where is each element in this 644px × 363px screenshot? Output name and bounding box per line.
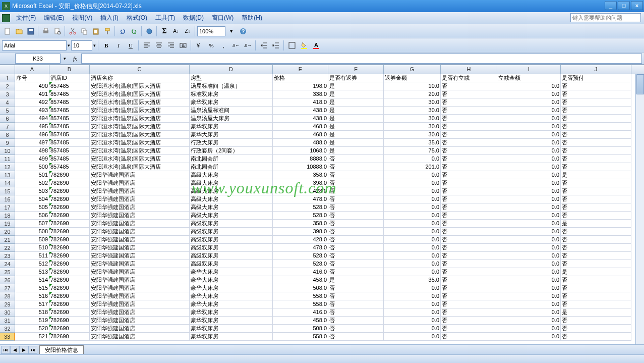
cell[interactable]: 0.0 bbox=[497, 139, 561, 147]
cell[interactable]: 否 bbox=[561, 179, 631, 187]
cell[interactable]: 是 bbox=[561, 171, 631, 179]
cell[interactable]: 0.0 bbox=[384, 220, 441, 228]
cell[interactable]: 否 bbox=[328, 203, 384, 212]
cell[interactable]: 782690 bbox=[49, 268, 90, 276]
open-button[interactable] bbox=[14, 26, 25, 37]
cell[interactable]: 安阳华强建国酒店 bbox=[90, 220, 190, 228]
cell[interactable]: 30.0 bbox=[384, 107, 441, 115]
first-sheet-button[interactable]: ⏮ bbox=[1, 346, 10, 354]
cell[interactable]: 857485 bbox=[49, 98, 90, 107]
cell[interactable]: 否 bbox=[441, 171, 497, 179]
cell[interactable]: 否 bbox=[441, 228, 497, 236]
font-name-input[interactable] bbox=[2, 40, 67, 50]
cell[interactable]: 0.0 bbox=[497, 155, 561, 163]
col-header-E[interactable]: E bbox=[273, 65, 328, 74]
cell[interactable]: 0.0 bbox=[384, 260, 441, 268]
row-header-1[interactable]: 1 bbox=[0, 74, 15, 82]
cell[interactable]: 安阳华强建国酒店 bbox=[90, 317, 190, 325]
borders-button[interactable] bbox=[286, 40, 298, 51]
cell[interactable]: 否 bbox=[441, 115, 497, 123]
cell[interactable]: 否 bbox=[441, 244, 497, 252]
fx-icon[interactable]: fx bbox=[73, 56, 77, 62]
cell[interactable]: 513 bbox=[15, 268, 49, 276]
cell[interactable]: 519 bbox=[15, 317, 49, 325]
row-header-14[interactable]: 14 bbox=[0, 179, 15, 187]
row-header-16[interactable]: 16 bbox=[0, 195, 15, 203]
name-box[interactable] bbox=[15, 54, 61, 64]
cell[interactable]: 否 bbox=[561, 260, 631, 268]
spreadsheet-grid[interactable]: ABCDEFGHIJ 12345678910111213141516171819… bbox=[0, 65, 644, 346]
header-cell[interactable]: 是否有立减 bbox=[441, 74, 497, 82]
cell[interactable]: 否 bbox=[441, 187, 497, 195]
cell[interactable]: 南北园会所 bbox=[190, 155, 273, 163]
cell[interactable]: 否 bbox=[328, 292, 384, 300]
cell[interactable]: 782690 bbox=[49, 300, 90, 308]
cell[interactable]: 0.0 bbox=[384, 236, 441, 244]
col-header-J[interactable]: J bbox=[561, 65, 631, 74]
cell[interactable]: 豪华双床房 bbox=[190, 123, 273, 131]
cell[interactable]: 温泉汤屋标准间 bbox=[190, 107, 273, 115]
increase-indent-button[interactable] bbox=[270, 40, 281, 51]
cell[interactable]: 782690 bbox=[49, 195, 90, 203]
row-header-17[interactable]: 17 bbox=[0, 203, 15, 212]
cell[interactable]: 安阳华强建国酒店 bbox=[90, 325, 190, 333]
cell[interactable]: 是 bbox=[328, 90, 384, 98]
cell[interactable]: 0.0 bbox=[497, 171, 561, 179]
row-header-13[interactable]: 13 bbox=[0, 171, 15, 179]
cell[interactable]: 否 bbox=[561, 203, 631, 212]
help-button[interactable]: ? bbox=[238, 26, 249, 37]
cell[interactable]: 否 bbox=[441, 179, 497, 187]
cell[interactable]: 0.0 bbox=[497, 300, 561, 308]
cell[interactable]: 高级大床房 bbox=[190, 212, 273, 220]
cell[interactable]: 否 bbox=[561, 276, 631, 284]
cell[interactable]: 0.0 bbox=[497, 203, 561, 212]
cell[interactable]: 0.0 bbox=[384, 244, 441, 252]
cell[interactable]: 0.0 bbox=[497, 260, 561, 268]
row-header-11[interactable]: 11 bbox=[0, 155, 15, 163]
format-painter-button[interactable] bbox=[102, 26, 113, 37]
menu-insert[interactable]: 插入(I) bbox=[96, 13, 122, 23]
col-header-G[interactable]: G bbox=[384, 65, 441, 74]
cell[interactable]: 否 bbox=[441, 236, 497, 244]
cell[interactable]: 否 bbox=[328, 220, 384, 228]
cell[interactable]: 35.0 bbox=[384, 139, 441, 147]
cell[interactable]: 是 bbox=[328, 147, 384, 155]
last-sheet-button[interactable]: ⏭ bbox=[28, 346, 37, 354]
cell[interactable]: 416.0 bbox=[273, 268, 328, 276]
cell[interactable]: 782690 bbox=[49, 333, 90, 341]
col-header-I[interactable]: I bbox=[497, 65, 561, 74]
cell[interactable]: 否 bbox=[328, 228, 384, 236]
cell[interactable]: 30.0 bbox=[384, 123, 441, 131]
row-header-7[interactable]: 7 bbox=[0, 123, 15, 131]
cell[interactable]: 高级双床房 bbox=[190, 252, 273, 260]
cell[interactable]: 0.0 bbox=[384, 292, 441, 300]
cell[interactable]: 428.0 bbox=[273, 236, 328, 244]
cell[interactable]: 0.0 bbox=[497, 123, 561, 131]
row-header-12[interactable]: 12 bbox=[0, 163, 15, 171]
cell[interactable]: 782690 bbox=[49, 179, 90, 187]
cell[interactable]: 安阳华强建国酒店 bbox=[90, 292, 190, 300]
cell[interactable]: 782690 bbox=[49, 171, 90, 179]
cell[interactable]: 30.0 bbox=[384, 131, 441, 139]
cell[interactable]: 安阳华强建国酒店 bbox=[90, 284, 190, 292]
cell[interactable]: 豪华大床房 bbox=[190, 131, 273, 139]
cell[interactable]: 782690 bbox=[49, 220, 90, 228]
cell[interactable]: 否 bbox=[328, 300, 384, 308]
cell[interactable]: 782690 bbox=[49, 325, 90, 333]
cell[interactable]: 豪华双床房 bbox=[190, 317, 273, 325]
close-button[interactable]: × bbox=[631, 1, 643, 10]
row-header-4[interactable]: 4 bbox=[0, 98, 15, 107]
cell[interactable]: 否 bbox=[328, 187, 384, 195]
cell[interactable]: 428.0 bbox=[273, 187, 328, 195]
cell[interactable]: 温泉汤屋大床房 bbox=[190, 115, 273, 123]
row-header-30[interactable]: 30 bbox=[0, 308, 15, 317]
cell[interactable]: 否 bbox=[441, 82, 497, 90]
menu-window[interactable]: 窗口(W) bbox=[208, 13, 238, 23]
col-header-B[interactable]: B bbox=[49, 65, 90, 74]
row-header-6[interactable]: 6 bbox=[0, 115, 15, 123]
cell[interactable]: 安阳洹水湾(温泉)国际大酒店 bbox=[90, 131, 190, 139]
row-header-28[interactable]: 28 bbox=[0, 292, 15, 300]
cell[interactable]: 否 bbox=[441, 163, 497, 171]
cell[interactable]: 857485 bbox=[49, 107, 90, 115]
percent-button[interactable]: % bbox=[206, 40, 217, 51]
